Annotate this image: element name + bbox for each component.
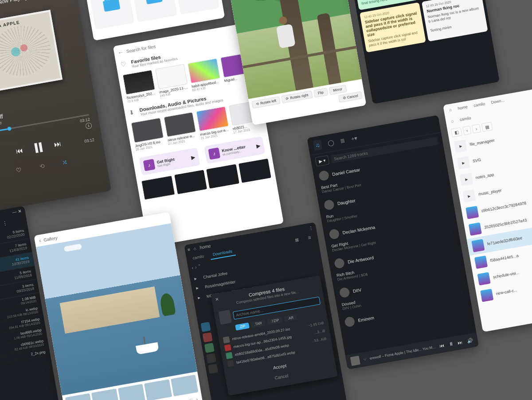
more-icon[interactable]: ⋮	[2, 220, 8, 227]
next-icon[interactable]: ⏭	[458, 339, 463, 346]
cancel-button[interactable]: ⊘ Cancel	[338, 91, 363, 103]
info-icon[interactable]: i	[85, 122, 92, 129]
mini-album-art	[350, 356, 360, 366]
album-art: FIONA APPLE	[0, 10, 63, 92]
heart-icon[interactable]: ♡	[16, 166, 23, 174]
file-tile[interactable]: nitrux-release-a...27 Jan 2021	[164, 112, 198, 146]
file-manager-dark-window: ≡ ⌂ home ⋮ camilo Downloads ▦ ≣ ‹›˄ ▸Cha…	[184, 222, 349, 400]
folder[interactable]	[133, 0, 177, 22]
flip-button[interactable]: Flip	[313, 88, 328, 97]
more-icon[interactable]: ⋮	[309, 225, 314, 231]
rotate-left-button[interactable]: ⟲ Rotate left	[251, 96, 281, 109]
grid-icon[interactable]: ▦	[292, 235, 302, 245]
archive-icon	[218, 310, 232, 325]
sidebar-tile[interactable]	[204, 343, 215, 353]
sidebar-tile[interactable]	[203, 332, 213, 342]
list-icon[interactable]: ≣	[305, 233, 315, 243]
grid-icon[interactable]: ▦	[481, 122, 493, 132]
close-icon[interactable]: ✕	[215, 297, 219, 302]
photo	[36, 223, 197, 396]
sidebar-tile[interactable]	[200, 322, 211, 332]
play-icon[interactable]: ▶	[191, 154, 196, 160]
note-card[interactable]: 12:40 29 Oct 2020Norman fking rocNorman …	[422, 0, 488, 42]
list-icon[interactable]: ≣	[340, 137, 345, 144]
fwd-icon[interactable]: ›	[472, 124, 481, 134]
thumb[interactable]	[206, 164, 239, 189]
rotate-right-button[interactable]: ⟳ Rotate right	[281, 90, 313, 103]
pause-icon[interactable]: ⏸	[448, 341, 454, 347]
thumb[interactable]	[174, 170, 207, 194]
format-ar[interactable]: .AR	[284, 314, 297, 322]
thumb[interactable]	[141, 175, 175, 200]
next-icon[interactable]: ›	[196, 397, 198, 400]
volume-icon[interactable]: 🔊	[466, 337, 473, 344]
folder[interactable]	[175, 0, 219, 15]
format-tar[interactable]: .TAR	[250, 320, 266, 328]
menu-icon[interactable]: ≡	[187, 247, 191, 252]
back-icon[interactable]: ‹	[39, 237, 41, 244]
home-icon[interactable]: ⌂	[449, 117, 456, 124]
fwd-icon[interactable]: ›	[195, 264, 197, 270]
home-icon[interactable]: ⌂	[447, 106, 454, 113]
music-icon[interactable]: ♫	[313, 140, 322, 151]
note-card[interactable]: 12:40 29 Oct 2020Sidebar capture click s…	[360, 2, 426, 52]
heart-icon[interactable]: ♡	[363, 357, 366, 361]
repeat-icon[interactable]: ⟲	[39, 162, 45, 170]
format-zip[interactable]: .ZIP	[235, 322, 249, 330]
music-icon: ♪	[208, 148, 220, 160]
next-icon[interactable]: ⏭	[54, 140, 62, 149]
file-tile[interactable]: macos-big-sur-a...21 Jan 2021	[196, 106, 230, 140]
file-tile[interactable]: Screenshot_2020...72.9 KiB	[122, 70, 156, 103]
shuffle-icon[interactable]: ⤮	[62, 158, 68, 166]
add-icon[interactable]: +▾	[351, 135, 358, 142]
thumb[interactable]	[91, 388, 119, 400]
thumb[interactable]	[65, 393, 93, 400]
sidebar-toggle[interactable]: ◧	[451, 127, 462, 137]
prev-icon[interactable]: ⏮	[439, 342, 445, 349]
pause-button[interactable]	[31, 140, 46, 155]
file-tile[interactable]: habit-appofthed...60.42 KiB	[188, 58, 222, 92]
music-icon: ♪	[143, 159, 156, 171]
prev-icon[interactable]: ⏮	[15, 147, 23, 156]
format-7zip[interactable]: .7ZIP	[266, 317, 283, 325]
heart-icon[interactable]: ♡	[188, 398, 193, 400]
back-icon[interactable]: ‹	[191, 265, 194, 271]
sidebar-tile[interactable]	[208, 364, 218, 374]
folder[interactable]	[90, 0, 134, 30]
thumb[interactable]	[171, 375, 198, 396]
now-playing-bar: ♡ erewolf – Fiona Apple | The Idle... Yo…	[345, 332, 479, 369]
thumb[interactable]	[118, 384, 145, 400]
thumb[interactable]	[144, 379, 172, 400]
play-all-button[interactable]: ▶ ▾	[315, 155, 329, 167]
up-icon[interactable]: ˄	[198, 264, 201, 270]
mirror-button[interactable]: Mirror	[329, 85, 347, 95]
back-icon[interactable]: ‹	[462, 126, 471, 136]
file-tile[interactable]: image_2020-11-2...148 KiB	[155, 64, 189, 97]
play-icon[interactable]: ▶	[256, 143, 261, 149]
thumb[interactable]	[239, 159, 271, 183]
albums-icon[interactable]: ◯	[327, 139, 335, 146]
sidebar-tile[interactable]	[206, 353, 216, 363]
home-icon[interactable]: ⌂	[193, 246, 197, 251]
heart-icon: ♡	[120, 60, 129, 69]
download-icon: ⬇	[129, 108, 137, 117]
back-icon[interactable]: ←	[117, 48, 125, 56]
file-tile[interactable]: JingOS-V0.6.iso28 Jan 2021	[131, 118, 165, 151]
compress-dialog: ✕ Compress 4 files Compress selected fil…	[211, 275, 337, 396]
